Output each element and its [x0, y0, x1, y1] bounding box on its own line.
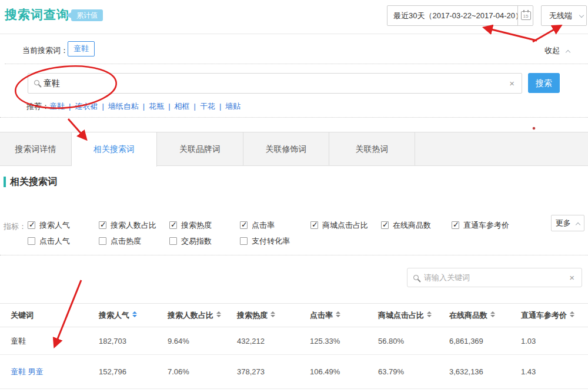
- link-separator: |: [69, 102, 71, 111]
- sort-up-triangle: [336, 311, 340, 314]
- more-label: 更多: [556, 218, 571, 227]
- checkbox-icon[interactable]: [169, 237, 177, 245]
- cell-value: 63.79%: [378, 355, 404, 389]
- checkbox-icon[interactable]: [310, 221, 318, 229]
- metric-item-label: 点击人气: [39, 237, 70, 245]
- recommend-link-1[interactable]: 连衣裙: [75, 102, 98, 111]
- sort-icon[interactable]: [270, 311, 275, 317]
- sort-icon[interactable]: [216, 311, 221, 317]
- cell-keyword[interactable]: 童鞋 男童: [11, 355, 44, 389]
- cell-value: 7.06%: [168, 355, 189, 389]
- column-header-7[interactable]: 直通车参考价: [521, 304, 574, 327]
- recommend-link-6[interactable]: 墙贴: [225, 102, 240, 111]
- metric-item-r1-4[interactable]: 商城点击占比: [310, 220, 368, 228]
- cell-value: 9.64%: [168, 327, 189, 355]
- main-search-box: ×: [28, 73, 522, 94]
- recommend-row: 推荐：童鞋|连衣裙|墙纸自粘|花瓶|相框|干花|墙贴: [26, 101, 240, 112]
- tab-search-term-detail[interactable]: 搜索词详情: [0, 132, 72, 166]
- metric-item-r2-1[interactable]: 点击热度: [99, 236, 141, 244]
- calendar-button[interactable]: 15: [517, 6, 533, 25]
- checkbox-icon[interactable]: [28, 237, 35, 245]
- recommend-link-3[interactable]: 花瓶: [149, 102, 164, 111]
- metric-item-r2-3[interactable]: 支付转化率: [240, 236, 290, 244]
- metric-item-label: 商城点击占比: [322, 221, 368, 230]
- checkbox-icon[interactable]: [99, 221, 106, 229]
- search-icon: [413, 275, 419, 280]
- column-header-label: 商城点击占比: [378, 311, 424, 320]
- column-header-label: 直通车参考价: [521, 311, 567, 320]
- table-row: 童鞋182,7039.64%432,212125.33%56.80%6,861,…: [0, 327, 588, 355]
- tab-related-modifier-terms[interactable]: 关联修饰词: [243, 132, 329, 166]
- tab-related-brand-terms[interactable]: 关联品牌词: [157, 132, 243, 166]
- collapse-label: 收起: [544, 46, 560, 55]
- recommend-link-5[interactable]: 干花: [200, 102, 215, 111]
- metric-item-r2-0[interactable]: 点击人气: [28, 236, 70, 244]
- link-separator: |: [219, 102, 221, 111]
- search-button[interactable]: 搜索: [528, 73, 560, 93]
- page-title: 搜索词查询: [5, 6, 69, 23]
- sort-icon[interactable]: [427, 311, 432, 317]
- chevron-up-icon: [576, 222, 580, 227]
- sort-up-triangle: [490, 311, 495, 314]
- column-header-3[interactable]: 搜索热度: [237, 304, 275, 327]
- recommend-link-2[interactable]: 墙纸自粘: [108, 102, 139, 111]
- checkbox-icon[interactable]: [240, 221, 248, 229]
- main-search-input[interactable]: [44, 74, 508, 92]
- badge-arrow: [66, 12, 71, 18]
- recommend-label: 推荐：: [26, 102, 49, 111]
- clear-icon[interactable]: ×: [509, 78, 514, 88]
- metric-item-label: 搜索人数占比: [111, 221, 156, 230]
- column-header-2[interactable]: 搜索人数占比: [168, 304, 221, 327]
- recommend-link-4[interactable]: 相框: [175, 102, 190, 111]
- keyword-filter-input[interactable]: [424, 269, 565, 286]
- collapse-toggle[interactable]: 收起: [544, 45, 570, 56]
- tab-related-search-terms[interactable]: 相关搜索词: [72, 132, 157, 167]
- metric-item-r1-2[interactable]: 搜索热度: [169, 220, 212, 228]
- metric-item-r1-5[interactable]: 在线商品数: [381, 220, 431, 228]
- sort-icon[interactable]: [336, 311, 340, 317]
- column-header-6[interactable]: 在线商品数: [449, 304, 495, 327]
- cell-value: 432,212: [237, 327, 265, 355]
- checkbox-icon[interactable]: [452, 221, 459, 229]
- sort-up-triangle: [132, 311, 137, 314]
- metric-item-label: 直通车参考价: [463, 221, 509, 230]
- annotation-arrow-date: [485, 28, 537, 41]
- clear-icon[interactable]: ×: [569, 273, 574, 283]
- checkbox-icon[interactable]: [240, 237, 248, 245]
- link-separator: |: [143, 102, 145, 111]
- cell-value: 3,632,136: [449, 355, 483, 389]
- cell-value: 1.03: [521, 327, 536, 355]
- cell-value: 378,273: [237, 355, 265, 389]
- link-separator: |: [168, 102, 170, 111]
- tab-related-hot-terms[interactable]: 关联热词: [329, 132, 415, 166]
- terminal-dropdown[interactable]: 无线端: [541, 5, 587, 26]
- terminal-label: 无线端: [549, 11, 572, 20]
- date-range-picker[interactable]: 最近30天（2017-03-22~2017-04-20） 15: [387, 5, 533, 26]
- sort-icon[interactable]: [570, 311, 574, 317]
- column-header-1[interactable]: 搜索人气: [99, 304, 137, 327]
- sort-icon[interactable]: [490, 311, 495, 317]
- link-separator: |: [102, 102, 103, 111]
- metric-item-r1-3[interactable]: 点击率: [240, 220, 275, 228]
- metric-item-r2-2[interactable]: 交易指数: [169, 236, 212, 244]
- metric-item-r1-0[interactable]: 搜索人气: [28, 220, 70, 228]
- current-term-button[interactable]: 童鞋: [68, 41, 95, 57]
- checkbox-icon[interactable]: [99, 237, 106, 245]
- recommend-link-0[interactable]: 童鞋: [49, 102, 65, 111]
- dotted-divider-2: [0, 117, 588, 118]
- column-header-label: 搜索人数占比: [168, 311, 213, 320]
- metric-item-r1-6[interactable]: 直通车参考价: [452, 220, 509, 228]
- metric-item-r1-1[interactable]: 搜索人数占比: [99, 220, 156, 228]
- sort-down-triangle: [270, 315, 275, 317]
- checkbox-icon[interactable]: [28, 221, 35, 229]
- more-metrics-button[interactable]: 更多: [551, 215, 584, 231]
- table-header: 关键词搜索人气搜索人数占比搜索热度点击率商城点击占比在线商品数直通车参考价: [0, 303, 588, 327]
- column-header-5[interactable]: 商城点击占比: [378, 304, 432, 327]
- checkbox-icon[interactable]: [169, 221, 177, 229]
- sort-icon[interactable]: [132, 311, 137, 317]
- cell-value: 6,861,369: [449, 327, 483, 355]
- column-header-4[interactable]: 点击率: [310, 304, 340, 327]
- checkbox-icon[interactable]: [381, 221, 389, 229]
- cell-value: 56.80%: [378, 327, 404, 355]
- sort-up-triangle: [216, 311, 221, 314]
